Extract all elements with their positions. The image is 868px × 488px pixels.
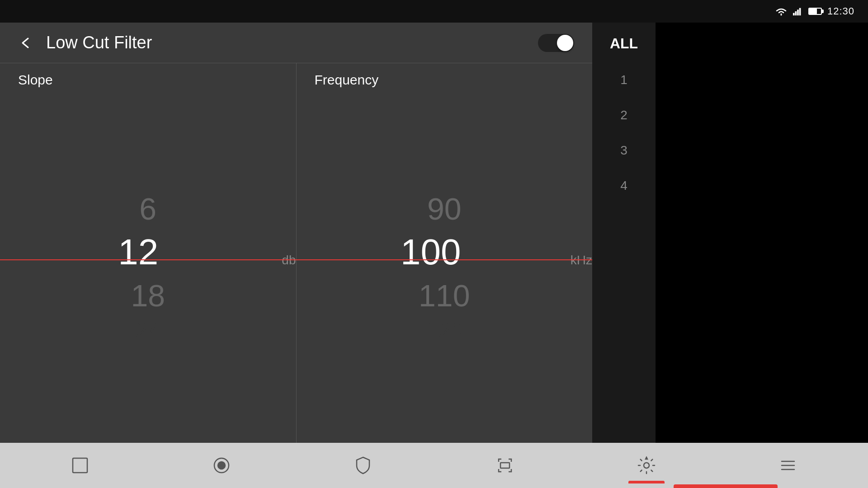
freq-selected-row: 100 kHz xyxy=(297,229,593,276)
time-display: 12:30 xyxy=(827,5,854,17)
frequency-label: Frequency xyxy=(297,63,593,92)
sidebar-item-4[interactable]: 4 xyxy=(592,175,656,197)
nav-item-square[interactable] xyxy=(62,452,98,479)
main-content: Low Cut Filter Slope 6 12 db 18 24 xyxy=(0,23,868,443)
frame-icon xyxy=(495,455,515,475)
frequency-scroll: 90 100 kHz 110 120 xyxy=(297,92,593,443)
slope-label: Slope xyxy=(0,63,296,92)
svg-rect-7 xyxy=(500,463,509,468)
nav-item-menu[interactable] xyxy=(770,452,806,479)
svg-point-8 xyxy=(644,463,649,468)
right-sidebar: ALL 1 2 3 4 xyxy=(592,23,656,443)
svg-rect-2 xyxy=(797,9,799,15)
sidebar-item-all[interactable]: ALL xyxy=(592,32,656,56)
slope-item-24: 24 xyxy=(0,316,296,347)
status-icons: 12:30 xyxy=(775,5,854,17)
gear-icon xyxy=(637,455,656,475)
signal-icon xyxy=(793,7,803,16)
slope-scroll: 6 12 db 18 24 xyxy=(0,92,296,443)
page-title: Low Cut Filter xyxy=(46,33,538,52)
svg-rect-0 xyxy=(793,13,795,15)
sidebar-item-3[interactable]: 3 xyxy=(592,140,656,161)
menu-icon xyxy=(778,455,798,475)
slope-picker[interactable]: Slope 6 12 db 18 24 xyxy=(0,63,297,443)
freq-unit: kHz xyxy=(571,253,592,267)
svg-point-6 xyxy=(218,462,225,469)
pickers-area: Slope 6 12 db 18 24 Frequency 90 1 xyxy=(0,63,592,443)
svg-rect-1 xyxy=(795,11,797,15)
frequency-picker[interactable]: Frequency 90 100 kHz 110 120 xyxy=(297,63,593,443)
slope-selected-row: 12 db xyxy=(0,229,296,276)
slope-item-12: 12 xyxy=(0,229,276,276)
app-header: Low Cut Filter xyxy=(0,23,592,63)
square-icon xyxy=(70,455,90,475)
nav-item-frame[interactable] xyxy=(487,452,523,479)
wifi-icon xyxy=(775,7,788,16)
freq-item-120: 120 xyxy=(297,316,593,347)
freq-item-90: 90 xyxy=(297,189,593,229)
sidebar-item-2[interactable]: 2 xyxy=(592,104,656,126)
circle-icon xyxy=(212,455,231,475)
back-button[interactable] xyxy=(18,36,33,50)
selection-line xyxy=(0,259,592,260)
svg-rect-3 xyxy=(799,8,801,15)
toggle-knob xyxy=(557,35,573,51)
battery-icon xyxy=(808,8,822,15)
enable-toggle[interactable] xyxy=(538,34,574,52)
freq-item-110: 110 xyxy=(297,276,593,315)
slope-item-6: 6 xyxy=(0,189,296,229)
bottom-accent xyxy=(674,484,778,488)
app-panel: Low Cut Filter Slope 6 12 db 18 24 xyxy=(0,23,592,443)
bottom-nav xyxy=(0,443,868,488)
status-bar: 12:30 xyxy=(0,0,868,23)
svg-rect-4 xyxy=(73,458,87,473)
nav-item-settings[interactable] xyxy=(628,452,665,479)
sidebar-item-1[interactable]: 1 xyxy=(592,69,656,91)
nav-item-shield[interactable] xyxy=(345,452,381,479)
nav-item-record[interactable] xyxy=(203,452,240,479)
slope-unit: db xyxy=(282,253,296,267)
shield-icon xyxy=(353,455,373,475)
freq-item-100: 100 xyxy=(297,229,565,276)
slope-item-18: 18 xyxy=(0,276,296,315)
